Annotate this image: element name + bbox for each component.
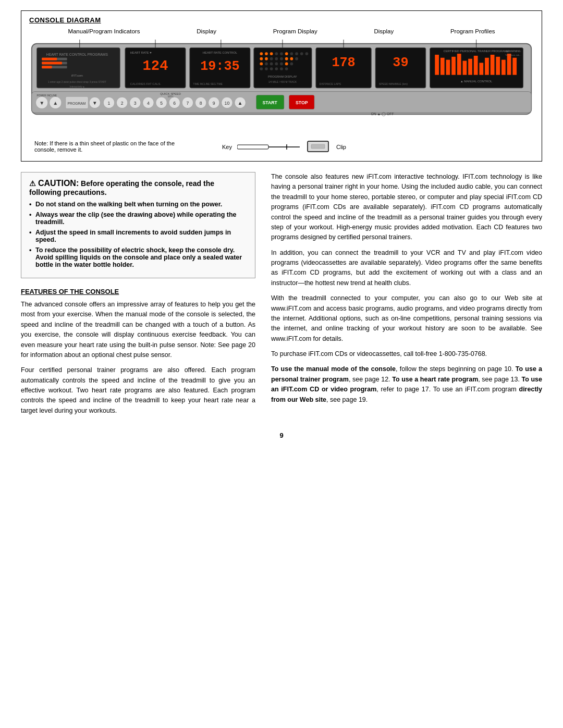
svg-rect-65	[451, 57, 456, 75]
left-column: ⚠CAUTION: Before operating the console, …	[21, 172, 255, 421]
svg-text:START: START	[263, 100, 278, 105]
key-clip-row: Key Clip	[222, 140, 346, 153]
svg-text:Interactivity ●: Interactivity ●	[70, 85, 85, 88]
svg-text:8: 8	[200, 101, 202, 106]
svg-point-22	[265, 52, 268, 55]
diagram-labels: Manual/Program Indicators Display Progra…	[29, 28, 534, 34]
caution-item-4: To reduce the possibility of electric sh…	[29, 246, 247, 268]
right-bold-1: To use the manual mode of the console	[271, 365, 396, 373]
page-container: CONSOLE DIAGRAM Manual/Program Indicator…	[0, 0, 563, 450]
svg-text:▲ MANUAL CONTROL: ▲ MANUAL CONTROL	[460, 80, 493, 83]
svg-text:▼: ▼	[39, 100, 44, 106]
svg-point-35	[280, 63, 283, 66]
svg-point-27	[265, 57, 268, 60]
svg-text:1/4 MILE / 400 M TRACK: 1/4 MILE / 400 M TRACK	[268, 81, 297, 83]
svg-point-23	[270, 52, 273, 55]
caution-item-1-text: Do not stand on the walking belt when tu…	[35, 201, 222, 208]
svg-text:MPH: MPH	[168, 95, 174, 98]
svg-text:PROGRAM DISPLAY: PROGRAM DISPLAY	[268, 75, 297, 78]
svg-rect-6	[42, 62, 62, 65]
svg-text:CALORIES   FAT CALS.: CALORIES FAT CALS.	[130, 82, 162, 85]
svg-point-21	[260, 52, 263, 55]
svg-point-32	[265, 63, 268, 66]
svg-point-29	[275, 57, 278, 60]
svg-point-28	[270, 57, 273, 60]
svg-rect-74	[501, 60, 506, 75]
svg-point-46	[285, 57, 288, 60]
svg-text:HEART RATE CONTROL PROGRAMS: HEART RATE CONTROL PROGRAMS	[46, 53, 108, 56]
svg-text:6: 6	[173, 101, 176, 106]
svg-point-42	[290, 52, 293, 55]
svg-text:HEART RATE CONTROL: HEART RATE CONTROL	[203, 51, 238, 54]
console-svg: HEART RATE CONTROL PROGRAMS iFIT.com 1 e…	[29, 37, 534, 136]
svg-point-49	[285, 63, 288, 66]
svg-text:3: 3	[134, 101, 137, 106]
caution-item-3: Adjust the speed in small increments to …	[29, 229, 247, 243]
svg-text:4: 4	[147, 101, 150, 106]
svg-text:ON ▲  ◯ OFF: ON ▲ ◯ OFF	[371, 112, 394, 116]
svg-text:iFIT.com: iFIT.com	[71, 74, 83, 77]
svg-point-47	[290, 57, 293, 60]
label-program-display: Program Display	[273, 28, 317, 34]
right-para-5: To use the manual mode of the console, f…	[271, 364, 542, 405]
svg-point-48	[295, 57, 298, 60]
console-diagram-title: CONSOLE DIAGRAM	[29, 16, 534, 24]
warning-icon: ⚠	[29, 179, 36, 188]
key-label: Key	[222, 144, 232, 150]
right-bold-3: To use a heart rate program	[392, 376, 478, 383]
svg-point-44	[300, 52, 303, 55]
svg-rect-70	[479, 63, 483, 75]
console-section: CONSOLE DIAGRAM Manual/Program Indicator…	[21, 10, 542, 162]
label-manual-program: Manual/Program Indicators	[68, 28, 140, 34]
svg-point-39	[275, 67, 278, 70]
svg-rect-63	[440, 58, 445, 75]
right-column: The console also features new iFIT.com i…	[271, 172, 542, 421]
svg-point-25	[280, 52, 283, 55]
caution-list: Do not stand on the walking belt when tu…	[29, 201, 247, 268]
svg-point-36	[260, 67, 263, 70]
svg-point-31	[260, 63, 263, 66]
svg-rect-64	[446, 60, 450, 75]
svg-text:DISTANCE      LAPS: DISTANCE LAPS	[320, 82, 341, 85]
label-program-profiles: Program Profiles	[450, 28, 495, 34]
right-para-4: To purchase iFIT.com CDs or videocassett…	[271, 349, 542, 359]
label-display-1: Display	[197, 28, 216, 34]
svg-rect-130	[311, 144, 325, 149]
svg-point-51	[285, 67, 288, 70]
svg-text:STOP: STOP	[296, 100, 308, 105]
svg-text:1 enter age  2 wear pulse ches: 1 enter age 2 wear pulse chest strap 3 p…	[48, 81, 106, 83]
svg-point-37	[265, 67, 268, 70]
clip-label: Clip	[336, 144, 346, 150]
svg-rect-8	[42, 66, 52, 68]
svg-text:2: 2	[121, 101, 124, 106]
svg-text:▲: ▲	[238, 100, 243, 106]
svg-rect-66	[457, 54, 461, 75]
svg-point-34	[275, 63, 278, 66]
caution-word: CAUTION:	[38, 179, 79, 188]
svg-text:1: 1	[108, 101, 111, 106]
svg-point-30	[280, 57, 283, 60]
svg-rect-125	[237, 145, 268, 149]
svg-rect-72	[491, 55, 495, 75]
main-content: ⚠CAUTION: Before operating the console, …	[21, 172, 542, 421]
caution-box: ⚠CAUTION: Before operating the console, …	[21, 172, 255, 278]
page-number: 9	[21, 431, 542, 439]
caution-item-3-text: Adjust the speed in small increments to …	[35, 229, 231, 243]
caution-item-2-text: Always wear the clip (see the drawing ab…	[35, 211, 237, 226]
svg-rect-67	[463, 61, 467, 75]
svg-point-33	[270, 63, 273, 66]
caution-item-4-text: To reduce the possibility of electric sh…	[35, 246, 242, 268]
svg-text:124: 124	[143, 58, 168, 74]
svg-rect-62	[435, 55, 439, 75]
svg-text:To reduce risk...: To reduce risk...	[505, 54, 521, 56]
features-para-1: The advanced console offers an impressiv…	[21, 300, 255, 360]
clip-shape-svg	[305, 140, 331, 153]
svg-point-50	[290, 63, 293, 66]
svg-point-40	[280, 67, 283, 70]
right-para-3: With the treadmill connected to your com…	[271, 293, 542, 344]
svg-text:TIME  INCLINE  SEG.TIME: TIME INCLINE SEG.TIME	[193, 83, 223, 85]
svg-rect-68	[468, 59, 472, 75]
svg-point-24	[275, 52, 278, 55]
svg-point-26	[260, 57, 263, 60]
svg-rect-75	[507, 54, 511, 75]
